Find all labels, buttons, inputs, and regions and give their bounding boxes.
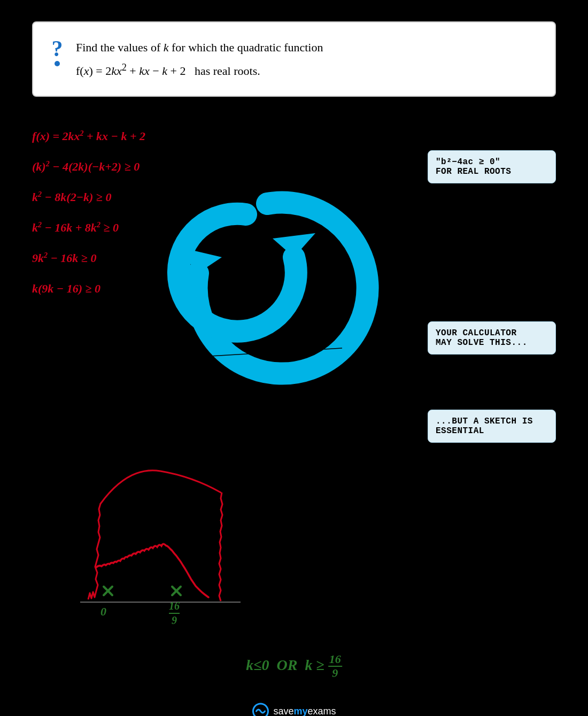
logo-icon (252, 703, 269, 716)
question-formula: f(x) = 2kx2 + kx − k + 2 has real roots. (76, 60, 533, 80)
callout-3-line1: ...BUT A SKETCH IS (436, 417, 533, 426)
callout-2-line1: YOUR CALCULATOR (436, 328, 517, 338)
callout-discriminant: "b²−4ac ≥ 0" FOR REAL ROOTS (428, 150, 556, 183)
logo: savemyexams (252, 703, 336, 716)
root-label-fraction: 16 9 (169, 599, 180, 627)
content-wrapper: f(x) = 2kx2 + kx − k + 2 (k)2 − 4(2k)(−k… (0, 118, 588, 716)
question-icon: ? (47, 37, 68, 67)
logo-text: savemyexams (273, 706, 336, 716)
svg-line-7 (219, 172, 342, 182)
final-answer: k≤0 OR k ≥ 169 (246, 653, 342, 680)
callout-1-line2: FOR REAL ROOTS (436, 167, 511, 176)
root-label-zero: 0 (100, 605, 106, 619)
svg-point-10 (253, 704, 268, 716)
svg-line-9 (225, 423, 342, 434)
callout-calculator: YOUR CALCULATOR MAY SOLVE THIS... (428, 321, 556, 355)
question-box: ? Find the values of k for which the qua… (32, 21, 556, 97)
callout-3-line2: ESSENTIAL (436, 426, 484, 436)
callout-1-line1: "b²−4ac ≥ 0" (436, 157, 500, 167)
callout-sketch: ...BUT A SKETCH IS ESSENTIAL (428, 410, 556, 443)
svg-marker-1 (273, 233, 315, 257)
question-text: Find the values of k for which the quadr… (76, 39, 533, 80)
callout-2-line2: MAY SOLVE THIS... (436, 338, 528, 348)
